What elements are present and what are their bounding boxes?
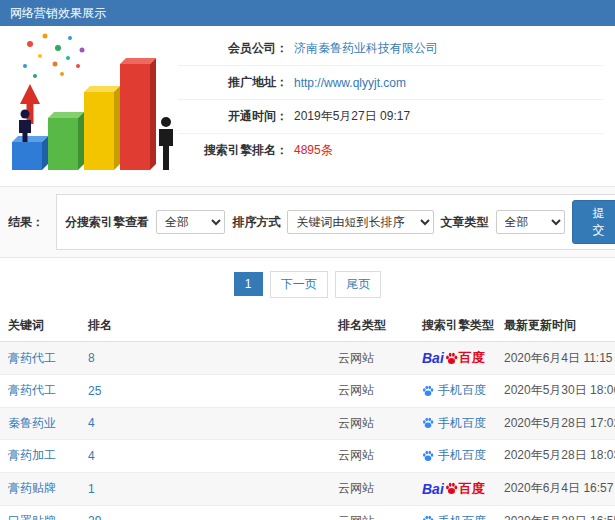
rank-cell[interactable]: 1 (80, 472, 330, 505)
engine-cell: 手机百度 (414, 440, 496, 473)
update-time-cell: 2020年6月4日 11:15 (496, 342, 615, 375)
company-info: 会员公司： 济南秦鲁药业科技有限公司 推广地址： http://www.qlyy… (178, 26, 615, 186)
filter-panel: 分搜索引擎查看 全部 排序方式 关键词由短到长排序 文章类型 全部 提交 (56, 194, 615, 250)
chart-illustration (0, 26, 178, 184)
table-row: 膏药加工 4 云网站 手机百度 2020年5月28日 18:03 (0, 440, 615, 473)
header-engine-type: 搜索引擎类型 (414, 310, 496, 342)
figure-right (159, 117, 173, 170)
promo-url-link[interactable]: http://www.qlyyjt.com (294, 76, 406, 90)
header-update-time: 最新更新时间 (496, 310, 615, 342)
confetti-dots (23, 34, 85, 79)
update-time-cell: 2020年5月28日 18:03 (496, 440, 615, 473)
keyword-cell[interactable]: 秦鲁药业 (0, 407, 80, 440)
baidu-logo: Bai 百度 (422, 480, 485, 498)
open-time-row: 开通时间： 2019年5月27日 09:17 (178, 100, 603, 134)
keyword-table-body: 膏药代工 8 云网站 Bai 百度 2020年6月4日 11:15 膏药代工 2… (0, 342, 615, 520)
next-page-button[interactable]: 下一页 (270, 271, 328, 298)
company-name-label: 会员公司： (178, 40, 288, 57)
sort-filter-label: 排序方式 (232, 214, 280, 231)
page: 网络营销效果展示 (0, 0, 615, 520)
update-time-cell: 2020年5月28日 16:55 (496, 505, 615, 520)
keyword-cell[interactable]: 膏药加工 (0, 440, 80, 473)
type-filter-label: 文章类型 (441, 214, 489, 231)
table-row: 膏药代工 8 云网站 Bai 百度 2020年6月4日 11:15 (0, 342, 615, 375)
mobile-baidu-label: 手机百度 (438, 447, 486, 464)
mobile-baidu-badge: 手机百度 (422, 382, 486, 399)
keyword-table: 关键词 排名 排名类型 搜索引擎类型 最新更新时间 膏药代工 8 云网站 Bai (0, 310, 615, 520)
rank-count-value: 4895条 (294, 142, 333, 159)
submit-button[interactable]: 提交 (572, 200, 615, 244)
engine-filter-label: 分搜索引擎查看 (65, 214, 149, 231)
promo-url-row: 推广地址： http://www.qlyyjt.com (178, 66, 603, 100)
table-row: 膏药代工 25 云网站 手机百度 2020年5月30日 18:06 (0, 375, 615, 408)
header-keyword: 关键词 (0, 310, 80, 342)
update-time-cell: 2020年5月28日 17:02 (496, 407, 615, 440)
table-row: 口罩贴牌 29 云网站 手机百度 2020年5月28日 16:55 (0, 505, 615, 520)
mobile-baidu-paw-icon (422, 515, 434, 520)
mobile-baidu-paw-icon (422, 385, 434, 397)
keyword-cell[interactable]: 膏药贴牌 (0, 472, 80, 505)
keyword-cell[interactable]: 膏药代工 (0, 375, 80, 408)
rank-type-cell: 云网站 (330, 472, 414, 505)
rank-cell[interactable]: 4 (80, 440, 330, 473)
engine-cell: 手机百度 (414, 407, 496, 440)
baidu-logo-text: 百度 (459, 349, 485, 367)
engine-select[interactable]: 全部 (156, 210, 225, 234)
sort-select[interactable]: 关键词由短到长排序 (287, 210, 433, 234)
update-time-cell: 2020年6月4日 16:57 (496, 472, 615, 505)
rank-type-cell: 云网站 (330, 407, 414, 440)
baidu-logo-bai: Bai (422, 350, 444, 366)
baidu-logo-text: 百度 (459, 480, 485, 498)
page-number-current[interactable]: 1 (234, 272, 263, 296)
rank-type-cell: 云网站 (330, 505, 414, 520)
baidu-paw-icon (445, 482, 458, 495)
table-header-row: 关键词 排名 排名类型 搜索引擎类型 最新更新时间 (0, 310, 615, 342)
baidu-logo-bai: Bai (422, 481, 444, 497)
rank-cell[interactable]: 8 (80, 342, 330, 375)
company-name-link[interactable]: 济南秦鲁药业科技有限公司 (294, 40, 438, 57)
promo-url-label: 推广地址： (178, 74, 288, 91)
open-time-label: 开通时间： (178, 108, 288, 125)
engine-cell: 手机百度 (414, 375, 496, 408)
engine-cell: Bai 百度 (414, 342, 496, 375)
company-section: 会员公司： 济南秦鲁药业科技有限公司 推广地址： http://www.qlyy… (0, 26, 615, 186)
baidu-paw-icon (445, 352, 458, 365)
keyword-cell[interactable]: 膏药代工 (0, 342, 80, 375)
mobile-baidu-badge: 手机百度 (422, 415, 486, 432)
mobile-baidu-paw-icon (422, 417, 434, 429)
header-rank-type: 排名类型 (330, 310, 414, 342)
mobile-baidu-label: 手机百度 (438, 382, 486, 399)
rank-cell[interactable]: 25 (80, 375, 330, 408)
rank-type-cell: 云网站 (330, 440, 414, 473)
rank-count-label: 搜索引擎排名： (178, 142, 288, 159)
baidu-logo: Bai 百度 (422, 349, 485, 367)
rank-cell[interactable]: 29 (80, 505, 330, 520)
mobile-baidu-badge: 手机百度 (422, 513, 486, 520)
engine-cell: 手机百度 (414, 505, 496, 520)
update-time-cell: 2020年5月30日 18:06 (496, 375, 615, 408)
rank-type-cell: 云网站 (330, 342, 414, 375)
page-title: 网络营销效果展示 (0, 0, 615, 26)
table-row: 秦鲁药业 4 云网站 手机百度 2020年5月28日 17:02 (0, 407, 615, 440)
result-label: 结果： (8, 214, 44, 231)
type-select[interactable]: 全部 (496, 210, 565, 234)
keyword-cell[interactable]: 口罩贴牌 (0, 505, 80, 520)
open-time-value: 2019年5月27日 09:17 (294, 108, 410, 125)
table-row: 膏药贴牌 1 云网站 Bai 百度 2020年6月4日 16:57 (0, 472, 615, 505)
mobile-baidu-label: 手机百度 (438, 513, 486, 520)
mobile-baidu-label: 手机百度 (438, 415, 486, 432)
rank-cell[interactable]: 4 (80, 407, 330, 440)
mobile-baidu-badge: 手机百度 (422, 447, 486, 464)
pagination: 1 下一页 尾页 (0, 258, 615, 310)
header-rank: 排名 (80, 310, 330, 342)
filter-band: 结果： 分搜索引擎查看 全部 排序方式 关键词由短到长排序 文章类型 全部 提交 (0, 186, 615, 258)
company-name-row: 会员公司： 济南秦鲁药业科技有限公司 (178, 32, 603, 66)
last-page-button[interactable]: 尾页 (335, 271, 381, 298)
rank-type-cell: 云网站 (330, 375, 414, 408)
mobile-baidu-paw-icon (422, 450, 434, 462)
engine-cell: Bai 百度 (414, 472, 496, 505)
rank-count-row: 搜索引擎排名： 4895条 (178, 134, 603, 167)
